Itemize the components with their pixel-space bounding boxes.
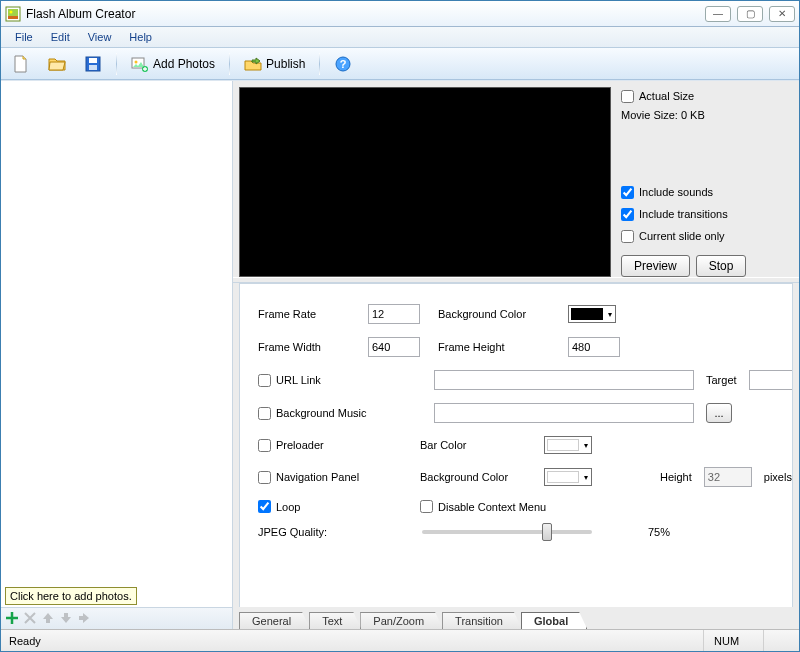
minimize-button[interactable]: — <box>705 6 731 22</box>
nav-panel-checkbox[interactable]: Navigation Panel <box>258 471 408 484</box>
frame-height-label: Frame Height <box>438 341 568 353</box>
bg-music-browse-button[interactable]: ... <box>706 403 732 423</box>
loop-label: Loop <box>276 501 300 513</box>
loop-checkbox[interactable]: Loop <box>258 500 408 513</box>
svg-text:?: ? <box>340 58 347 70</box>
frame-width-label: Frame Width <box>258 341 368 353</box>
titlebar: Flash Album Creator — ▢ ✕ <box>1 1 799 27</box>
svg-point-8 <box>135 60 138 63</box>
help-icon: ? <box>334 55 352 73</box>
bar-color-picker[interactable]: ▾ <box>544 436 592 454</box>
bg-color-label: Background Color <box>438 308 568 320</box>
url-link-input[interactable] <box>434 370 694 390</box>
add-icon[interactable] <box>5 611 19 627</box>
status-num: NUM <box>703 630 763 651</box>
bg-music-check-input[interactable] <box>258 407 271 420</box>
tab-global[interactable]: Global <box>521 612 587 629</box>
nav-bg-color-picker[interactable]: ▾ <box>544 468 592 486</box>
tab-panzoom[interactable]: Pan/Zoom <box>360 612 443 629</box>
maximize-button[interactable]: ▢ <box>737 6 763 22</box>
settings-panel: Frame Rate Background Color ▾ Frame Widt… <box>239 283 793 607</box>
add-photos-button[interactable]: Add Photos <box>124 51 222 77</box>
tab-general[interactable]: General <box>239 612 310 629</box>
include-sounds-checkbox[interactable]: Include sounds <box>621 183 793 201</box>
move-down-icon[interactable] <box>59 611 73 627</box>
save-button[interactable] <box>77 51 109 77</box>
url-link-check-input[interactable] <box>258 374 271 387</box>
preloader-check-input[interactable] <box>258 439 271 452</box>
actual-size-checkbox[interactable]: Actual Size <box>621 87 793 105</box>
disable-ctx-checkbox[interactable]: Disable Context Menu <box>420 500 546 513</box>
menu-help[interactable]: Help <box>121 29 160 45</box>
nav-panel-label: Navigation Panel <box>276 471 359 483</box>
new-file-icon <box>12 55 30 73</box>
frame-height-input[interactable] <box>568 337 620 357</box>
movie-preview <box>239 87 611 277</box>
status-empty <box>763 630 793 651</box>
bg-music-label: Background Music <box>276 407 367 419</box>
include-sounds-label: Include sounds <box>639 186 713 198</box>
new-button[interactable] <box>5 51 37 77</box>
include-transitions-checkbox[interactable]: Include transitions <box>621 205 793 223</box>
bg-color-picker[interactable]: ▾ <box>568 305 616 323</box>
publish-label: Publish <box>266 57 305 71</box>
menu-view[interactable]: View <box>80 29 120 45</box>
pixels-label: pixels <box>764 471 792 483</box>
bg-music-input[interactable] <box>434 403 694 423</box>
publish-button[interactable]: Publish <box>237 51 312 77</box>
move-up-icon[interactable] <box>41 611 55 627</box>
preloader-label: Preloader <box>276 439 324 451</box>
frame-rate-label: Frame Rate <box>258 308 368 320</box>
movie-size-label: Movie Size: 0 KB <box>621 109 793 121</box>
tab-transition[interactable]: Transition <box>442 612 522 629</box>
svg-rect-3 <box>8 16 18 19</box>
delete-icon[interactable] <box>23 611 37 627</box>
target-input[interactable] <box>749 370 793 390</box>
bar-color-label: Bar Color <box>420 439 532 451</box>
include-transitions-input[interactable] <box>621 208 634 221</box>
open-folder-icon <box>48 55 66 73</box>
actual-size-input[interactable] <box>621 90 634 103</box>
nav-height-input[interactable] <box>704 467 752 487</box>
loop-check-input[interactable] <box>258 500 271 513</box>
menu-edit[interactable]: Edit <box>43 29 78 45</box>
disable-ctx-label: Disable Context Menu <box>438 501 546 513</box>
photo-list[interactable]: Click here to add photos. <box>1 81 232 607</box>
stop-button[interactable]: Stop <box>696 255 747 277</box>
frame-rate-input[interactable] <box>368 304 420 324</box>
tab-text[interactable]: Text <box>309 612 361 629</box>
svg-rect-5 <box>89 58 97 63</box>
include-transitions-label: Include transitions <box>639 208 728 220</box>
current-slide-only-input[interactable] <box>621 230 634 243</box>
toolbar: Add Photos Publish ? <box>1 48 799 80</box>
app-icon <box>5 6 21 22</box>
menu-file[interactable]: File <box>7 29 41 45</box>
disable-ctx-check-input[interactable] <box>420 500 433 513</box>
current-slide-only-label: Current slide only <box>639 230 725 242</box>
preloader-checkbox[interactable]: Preloader <box>258 439 408 452</box>
move-right-icon[interactable] <box>77 611 91 627</box>
nav-bg-color-label: Background Color <box>420 471 532 483</box>
add-photos-label: Add Photos <box>153 57 215 71</box>
url-link-checkbox[interactable]: URL Link <box>258 374 368 387</box>
include-sounds-input[interactable] <box>621 186 634 199</box>
svg-rect-6 <box>89 65 97 70</box>
help-button[interactable]: ? <box>327 51 359 77</box>
add-photos-icon <box>131 55 149 73</box>
preview-options: Actual Size Movie Size: 0 KB Include sou… <box>621 87 793 277</box>
menubar: File Edit View Help <box>1 27 799 48</box>
nav-panel-check-input[interactable] <box>258 471 271 484</box>
preview-button[interactable]: Preview <box>621 255 690 277</box>
current-slide-only-checkbox[interactable]: Current slide only <box>621 227 793 245</box>
actual-size-label: Actual Size <box>639 90 694 102</box>
url-link-label: URL Link <box>276 374 321 386</box>
close-button[interactable]: ✕ <box>769 6 795 22</box>
frame-width-input[interactable] <box>368 337 420 357</box>
right-panel: Actual Size Movie Size: 0 KB Include sou… <box>233 81 799 629</box>
main-body: Click here to add photos. Actual Size <box>1 80 799 629</box>
bg-music-checkbox[interactable]: Background Music <box>258 407 408 420</box>
status-ready: Ready <box>7 630 703 651</box>
window-title: Flash Album Creator <box>26 7 705 21</box>
open-button[interactable] <box>41 51 73 77</box>
jpeg-quality-slider[interactable] <box>422 530 592 534</box>
